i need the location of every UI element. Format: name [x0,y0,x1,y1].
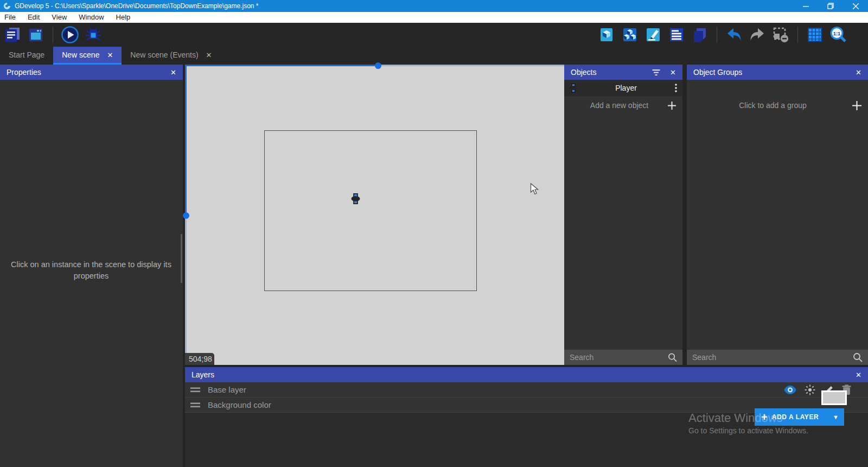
toolbar-left-group [3,24,103,45]
layers-panel-title: Layers [192,370,214,379]
open-layers-panel-button[interactable] [691,24,709,45]
horizontal-scroll-thumb[interactable] [375,62,381,69]
properties-scrollbar[interactable] [181,234,182,283]
layers-panel-icon [692,27,708,43]
menu-bar: File Edit View Window Help [0,12,868,23]
close-button[interactable] [843,0,868,12]
menu-view[interactable]: View [46,12,73,23]
objects-close-icon[interactable]: ✕ [670,68,676,77]
toolbar-separator [53,27,53,43]
minimize-button[interactable] [793,0,818,12]
tab-start-page[interactable]: Start Page [0,47,53,65]
tab-close-icon[interactable]: ✕ [206,51,212,59]
object-groups-search-input[interactable] [692,353,853,362]
menu-help[interactable]: Help [110,12,137,23]
svg-text:1:1: 1:1 [833,30,841,36]
toggle-grid-button[interactable] [806,24,824,45]
cursor-coordinates-badge: 504;98 [185,353,214,365]
debug-button[interactable] [84,24,103,45]
menu-edit[interactable]: Edit [22,12,46,23]
open-project-manager-button[interactable] [3,24,22,45]
objects-panel: Objects ✕ Player Add a new object [564,65,682,365]
redo-icon [749,28,765,42]
undo-icon [726,28,742,42]
open-properties-panel-button[interactable] [644,24,662,45]
vertical-scroll-thumb[interactable] [183,212,189,219]
object-groups-panel: Object Groups ✕ Click to add a group [687,65,868,365]
add-new-object-label: Add a new object [571,101,668,110]
layers-panel: Layers ✕ Base layer [185,365,868,467]
plus-icon: + [761,409,768,425]
objects-panel-icon [598,27,615,43]
main-toolbar: 1:1 [0,23,868,47]
scene-editor-button[interactable] [27,24,45,45]
scene-canvas[interactable] [185,65,564,365]
plus-icon [852,101,861,110]
panel-resize-divider[interactable] [682,65,687,365]
layers-close-icon[interactable]: ✕ [856,371,861,379]
drag-handle-icon[interactable] [190,402,200,408]
tab-close-icon[interactable]: ✕ [107,51,113,59]
zoom-1-1-icon: 1:1 [829,26,847,43]
toolbar-right-group: 1:1 [597,23,847,47]
tab-label: New scene [62,51,99,59]
gdevelop-window: GDevelop 5 - C:\Users\Sparkle\OneDrive\D… [0,0,868,467]
layer-name: Base layer [208,385,246,394]
game-window-bounds [264,130,477,291]
player-instance[interactable] [351,193,360,204]
properties-empty-message: Click on an instance in the scene to dis… [10,259,173,282]
add-group-button[interactable]: Click to add a group [687,96,868,115]
background-color-swatch[interactable] [821,390,847,405]
zoom-original-button[interactable]: 1:1 [829,24,847,45]
menu-window[interactable]: Window [73,12,110,23]
tab-label: New scene (Events) [130,51,198,59]
editor-tab-bar: Start Page New scene ✕ New scene (Events… [0,47,868,65]
object-groups-panel-title: Object Groups [693,68,742,77]
project-manager-icon [4,27,21,43]
object-groups-close-icon[interactable]: ✕ [856,68,861,77]
layer-row-base[interactable]: Base layer [185,382,868,397]
search-icon [853,352,863,362]
horizontal-scroll-line [185,65,376,66]
visibility-eye-icon[interactable] [784,386,796,394]
title-bar: GDevelop 5 - C:\Users\Sparkle\OneDrive\D… [0,0,868,12]
open-instances-list-button[interactable] [667,24,686,45]
restore-button[interactable] [818,0,843,12]
gdevelop-logo-icon [3,2,11,10]
objects-search-input[interactable] [570,353,668,362]
window-title: GDevelop 5 - C:\Users\Sparkle\OneDrive\D… [15,0,259,12]
open-object-groups-panel-button[interactable] [621,24,639,45]
tab-new-scene-events[interactable]: New scene (Events) ✕ [122,47,220,65]
undo-button[interactable] [725,24,743,45]
player-object-thumbnail [570,83,577,93]
layer-effects-icon[interactable] [805,384,815,395]
add-group-label: Click to add a group [693,101,852,110]
play-preview-button[interactable] [61,24,79,45]
layers-panel-header: Layers ✕ [185,367,868,382]
plus-icon [668,102,676,110]
object-menu-icon[interactable] [675,84,677,92]
tab-label: Start Page [9,51,44,59]
drag-handle-icon[interactable] [190,387,200,393]
play-icon [61,26,79,44]
search-icon [668,352,677,362]
grid-icon [807,27,823,43]
add-a-layer-button[interactable]: + ADD A LAYER ▼ [755,408,844,426]
objects-search-bar [564,350,682,365]
properties-close-icon[interactable]: ✕ [170,68,176,77]
add-new-object-button[interactable]: Add a new object [564,96,682,115]
chevron-down-icon[interactable]: ▼ [833,414,839,420]
menu-file[interactable]: File [0,12,22,23]
clear-selection-icon [773,27,789,43]
tab-new-scene[interactable]: New scene ✕ [53,47,122,65]
redo-button[interactable] [748,24,767,45]
window-controls [793,0,868,12]
object-groups-panel-header: Object Groups ✕ [687,65,868,80]
debugger-bug-icon [85,26,102,43]
clear-selection-button[interactable] [771,24,790,45]
filter-icon[interactable] [652,69,660,75]
object-list-item-player[interactable]: Player [564,80,682,96]
properties-panel-header: Properties ✕ [0,65,183,80]
open-objects-panel-button[interactable] [597,24,616,45]
horizontal-scroll-line-rest [376,65,564,66]
